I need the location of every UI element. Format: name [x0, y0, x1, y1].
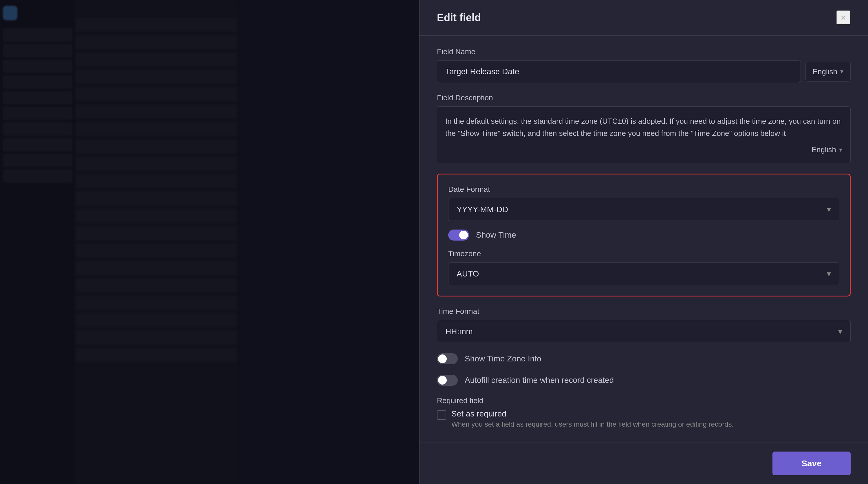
field-description-text: In the default settings, the standard ti…	[445, 115, 842, 139]
required-info: Set as required When you set a field as …	[452, 409, 734, 428]
timezone-label: Timezone	[448, 249, 839, 258]
required-row: Set as required When you set a field as …	[437, 409, 850, 428]
field-description-lang-label: English	[811, 145, 836, 154]
time-format-select[interactable]: HH:mm ▾	[437, 320, 850, 343]
field-name-input-row: English ▾	[437, 60, 850, 83]
panel-body: Field Name English ▾ Field Description I…	[420, 36, 868, 443]
panel-title: Edit field	[437, 11, 481, 24]
close-button[interactable]: ×	[836, 10, 850, 25]
required-sub-label: When you set a field as required, users …	[452, 420, 734, 428]
field-name-lang-chevron: ▾	[840, 68, 843, 75]
field-description-section: Field Description In the default setting…	[437, 93, 850, 163]
date-format-select[interactable]: YYYY-MM-DD ▾	[448, 198, 839, 221]
date-format-chevron: ▾	[827, 205, 831, 214]
show-time-zone-info-toggle[interactable]	[437, 353, 458, 364]
autofill-row: Autofill creation time when record creat…	[437, 375, 850, 386]
show-time-toggle-knob	[459, 231, 468, 239]
field-description-lang-dropdown[interactable]: English ▾	[445, 145, 842, 154]
field-description-label: Field Description	[437, 93, 850, 102]
show-time-label: Show Time	[476, 230, 516, 240]
panel-footer: Save	[420, 443, 868, 484]
time-format-chevron: ▾	[838, 326, 842, 336]
field-name-section: Field Name English ▾	[437, 47, 850, 83]
required-field-label: Required field	[437, 396, 850, 405]
field-description-lang-chevron: ▾	[839, 146, 842, 153]
date-format-label: Date Format	[448, 185, 839, 194]
autofill-knob	[438, 376, 447, 385]
autofill-label: Autofill creation time when record creat…	[465, 376, 614, 385]
show-time-zone-info-row: Show Time Zone Info	[437, 353, 850, 364]
date-format-section: Date Format YYYY-MM-DD ▾	[448, 185, 839, 221]
time-format-section: Time Format HH:mm ▾	[437, 307, 850, 343]
field-name-input[interactable]	[437, 60, 801, 83]
time-format-label: Time Format	[437, 307, 850, 316]
save-button[interactable]: Save	[772, 452, 850, 475]
required-main-label: Set as required	[452, 409, 734, 419]
required-field-section: Required field Set as required When you …	[437, 396, 850, 428]
required-checkbox[interactable]	[437, 410, 446, 420]
timezone-select[interactable]: AUTO ▾	[448, 262, 839, 285]
field-name-label: Field Name	[437, 47, 850, 56]
time-format-value: HH:mm	[445, 327, 473, 336]
show-time-row: Show Time	[448, 230, 839, 240]
panel-header: Edit field ×	[420, 0, 868, 36]
field-description-box: In the default settings, the standard ti…	[437, 106, 850, 163]
show-time-toggle[interactable]	[448, 230, 469, 240]
show-time-zone-info-label: Show Time Zone Info	[465, 354, 541, 364]
date-format-value: YYYY-MM-DD	[457, 205, 508, 214]
timezone-value: AUTO	[457, 269, 479, 279]
edit-field-panel: Edit field × Field Name English ▾ Field …	[419, 0, 868, 484]
field-name-lang-label: English	[813, 67, 837, 76]
timezone-section: Timezone AUTO ▾	[448, 249, 839, 285]
show-time-zone-info-knob	[438, 354, 447, 363]
timezone-chevron: ▾	[827, 269, 831, 279]
highlighted-section: Date Format YYYY-MM-DD ▾ Show Time Timez…	[437, 174, 850, 296]
field-name-lang-dropdown[interactable]: English ▾	[805, 62, 850, 82]
autofill-toggle[interactable]	[437, 375, 458, 386]
